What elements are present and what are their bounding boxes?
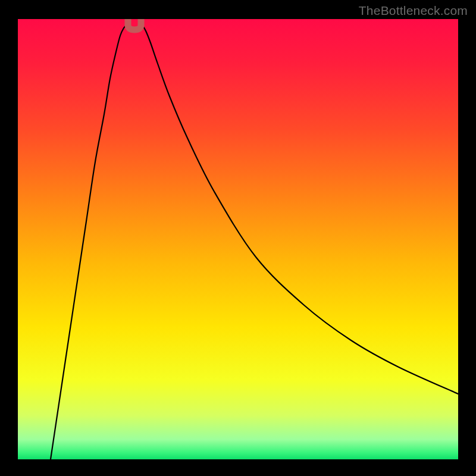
chart-frame [18, 19, 458, 459]
watermark-text: TheBottleneck.com [359, 4, 468, 18]
bottleneck-chart [18, 19, 458, 459]
